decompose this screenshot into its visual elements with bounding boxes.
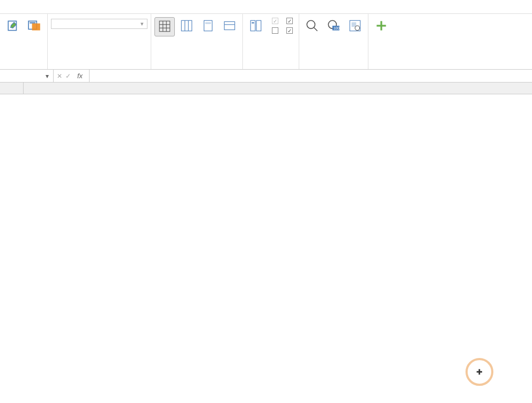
- svg-rect-31: [352, 23, 357, 27]
- fx-icon[interactable]: fx: [74, 72, 86, 80]
- svg-rect-2: [29, 23, 35, 24]
- cross-cursor-icon: ✚: [476, 368, 483, 376]
- ribbon-group-sheet-view: ▾: [48, 14, 151, 69]
- new-window-icon: [374, 18, 389, 33]
- svg-rect-15: [181, 20, 192, 31]
- track-changes-icon: [5, 18, 20, 33]
- cancel-icon[interactable]: ✕: [57, 72, 62, 80]
- ribbon-group-label: [302, 66, 365, 69]
- navigation-icon: [248, 18, 263, 33]
- ribbon: ▾: [0, 14, 532, 70]
- page-break-button[interactable]: [177, 17, 196, 35]
- fx-controls: ✕ ✓ fx: [54, 70, 90, 82]
- custom-view-button[interactable]: [220, 17, 239, 35]
- chevron-down-icon: ▾: [46, 72, 49, 80]
- svg-rect-18: [204, 20, 212, 31]
- page-layout-icon: [201, 18, 216, 33]
- custom-view-icon: [222, 18, 237, 33]
- ribbon-group-workbook-view: [151, 14, 243, 69]
- new-window-button[interactable]: [372, 17, 391, 35]
- svg-rect-10: [159, 21, 170, 32]
- zoom-selection-icon: [348, 18, 363, 33]
- page-break-icon: [179, 18, 194, 33]
- exit-button[interactable]: [58, 35, 61, 39]
- svg-rect-22: [250, 20, 255, 31]
- ribbon-group-label: [3, 66, 44, 69]
- checkbox-icon: ✓: [286, 27, 293, 34]
- grid: [0, 83, 532, 94]
- svg-rect-24: [252, 23, 254, 24]
- svg-rect-19: [205, 23, 211, 24]
- ribbon-group-label: [246, 66, 295, 69]
- select-all-corner[interactable]: [0, 83, 24, 94]
- chevron-down-icon: ▾: [141, 20, 144, 27]
- gridlines-checkbox[interactable]: [271, 27, 281, 34]
- svg-point-32: [355, 26, 360, 31]
- zoom-100-button[interactable]: 100: [324, 17, 343, 35]
- formula-bar: ▾ ✕ ✓ fx: [0, 70, 532, 83]
- menu-bar: [0, 0, 532, 14]
- navigation-button[interactable]: [246, 17, 265, 35]
- column-headers: [0, 83, 532, 94]
- ruler-checkbox: ✓: [271, 17, 281, 25]
- svg-line-26: [314, 27, 317, 31]
- ribbon-group-label: [154, 66, 239, 69]
- checkbox-icon: [272, 27, 278, 34]
- svg-point-25: [307, 20, 315, 28]
- keep-button[interactable]: [51, 35, 53, 39]
- track-changes-button[interactable]: [3, 17, 23, 35]
- view-dropdown[interactable]: ▾: [51, 19, 147, 29]
- cursor-highlight: ✚: [466, 358, 493, 386]
- ribbon-group-label: [51, 66, 147, 69]
- svg-rect-3: [32, 24, 40, 31]
- zoom-100-icon: 100: [326, 18, 341, 33]
- zoom-icon: [305, 18, 320, 33]
- svg-text:100: 100: [334, 26, 339, 30]
- normal-view-icon: [157, 19, 172, 34]
- checkbox-icon: ✓: [286, 18, 293, 24]
- ribbon-group-show: ✓ ✓ ✓: [243, 14, 299, 69]
- confirm-icon[interactable]: ✓: [65, 72, 71, 80]
- ribbon-group-share: [0, 14, 48, 69]
- zoom-selection-button[interactable]: [345, 17, 365, 35]
- ribbon-group-window: [368, 14, 394, 69]
- options-button[interactable]: [73, 35, 76, 39]
- svg-rect-23: [256, 20, 261, 31]
- formula-input[interactable]: [90, 70, 532, 82]
- svg-rect-20: [224, 21, 235, 29]
- share-workbook-button[interactable]: [25, 17, 44, 35]
- share-workbook-icon: [27, 18, 42, 33]
- formula-bar-checkbox[interactable]: ✓: [285, 17, 295, 25]
- page-layout-button[interactable]: [198, 17, 218, 35]
- normal-view-button[interactable]: [154, 17, 175, 36]
- zoom-button[interactable]: [302, 17, 322, 35]
- checkbox-icon: ✓: [272, 18, 278, 24]
- ribbon-group-zoom: 100: [299, 14, 368, 69]
- name-box[interactable]: ▾: [0, 70, 54, 82]
- headings-checkbox[interactable]: ✓: [285, 27, 295, 34]
- new-view-button[interactable]: [66, 35, 68, 39]
